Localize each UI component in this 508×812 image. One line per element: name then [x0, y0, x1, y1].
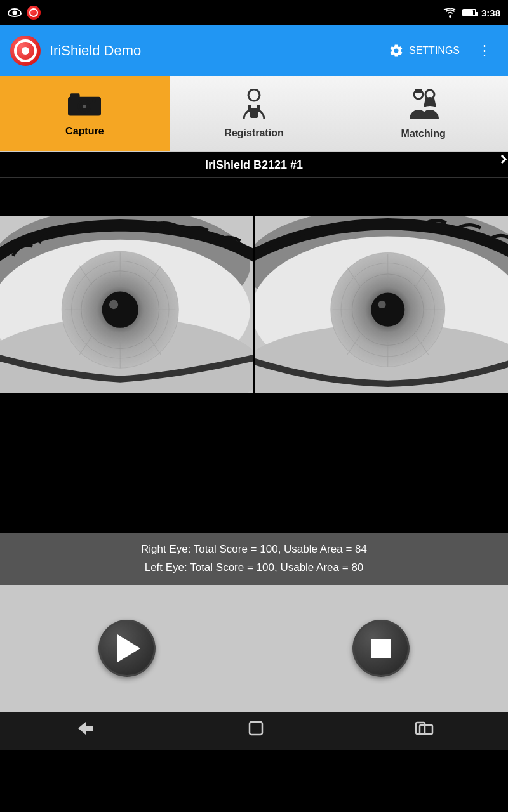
- recents-button[interactable]: [402, 714, 446, 747]
- back-button[interactable]: [62, 714, 110, 747]
- svg-rect-8: [248, 105, 251, 112]
- left-eye-image: [255, 216, 508, 393]
- right-eye-image: [0, 216, 253, 393]
- score-bar: Right Eye: Total Score = 100, Usable Are…: [0, 533, 508, 585]
- app-title: IriShield Demo: [50, 43, 381, 59]
- left-eye-panel: [255, 216, 508, 393]
- home-button[interactable]: [234, 714, 278, 747]
- camera-label: IriShield B2121 #1: [0, 152, 508, 178]
- status-right: 3:38: [443, 8, 500, 18]
- gear-icon: [389, 43, 404, 58]
- svg-rect-51: [420, 725, 432, 734]
- tab-registration-label: Registration: [224, 128, 283, 139]
- capture-icon: [68, 91, 101, 122]
- black-top: [0, 178, 508, 216]
- svg-point-4: [83, 104, 87, 108]
- svg-point-5: [92, 98, 96, 102]
- play-button[interactable]: [98, 620, 156, 677]
- settings-button[interactable]: SETTINGS: [381, 38, 467, 63]
- scroll-indicator: [498, 155, 507, 164]
- svg-point-6: [248, 89, 260, 101]
- tab-registration[interactable]: Registration: [170, 76, 339, 151]
- tab-matching[interactable]: Matching: [338, 76, 508, 151]
- status-bar: 3:38: [0, 0, 508, 25]
- nav-bar: [0, 712, 508, 750]
- svg-point-48: [378, 301, 385, 308]
- svg-rect-49: [250, 722, 262, 735]
- status-icons: [8, 6, 41, 20]
- svg-rect-9: [257, 105, 260, 112]
- tab-matching-label: Matching: [401, 128, 446, 140]
- app-logo: [10, 36, 41, 66]
- app-bar: IriShield Demo SETTINGS ⋮: [0, 25, 508, 76]
- left-eye-score: Left Eye: Total Score = 100, Usable Area…: [0, 559, 508, 577]
- svg-point-30: [109, 300, 118, 309]
- right-eye-panel: [0, 216, 255, 393]
- svg-point-29: [102, 292, 138, 328]
- svg-rect-1: [70, 93, 80, 99]
- eye-images: [0, 216, 508, 393]
- stop-icon: [371, 639, 391, 658]
- time-display: 3:38: [481, 8, 500, 18]
- black-bottom: [0, 393, 508, 533]
- tab-capture[interactable]: Capture: [0, 76, 170, 151]
- record-icon: [27, 6, 41, 20]
- tab-bar: Capture Registration: [0, 76, 508, 152]
- wifi-icon: [443, 8, 457, 18]
- matching-icon: [404, 88, 443, 124]
- svg-rect-11: [415, 89, 422, 93]
- controls-bar: [0, 585, 508, 712]
- svg-point-47: [371, 293, 404, 327]
- play-icon: [117, 634, 140, 662]
- more-button[interactable]: ⋮: [472, 37, 498, 64]
- registration-icon: [237, 89, 271, 124]
- tab-capture-label: Capture: [65, 126, 104, 137]
- eye-status-icon: [8, 8, 22, 17]
- stop-button[interactable]: [352, 620, 410, 677]
- battery-icon: [462, 9, 476, 16]
- settings-label: SETTINGS: [409, 45, 460, 56]
- right-eye-score: Right Eye: Total Score = 100, Usable Are…: [0, 540, 508, 559]
